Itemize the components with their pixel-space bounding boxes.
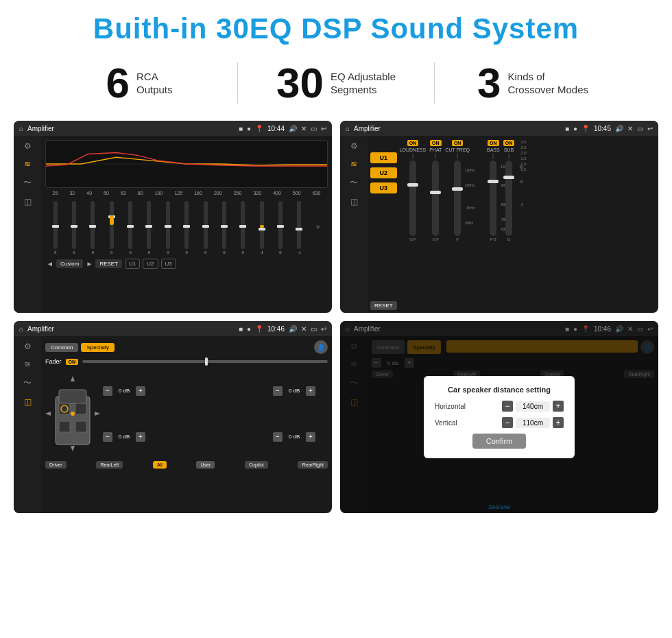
sub-toggle[interactable]: ON bbox=[503, 140, 515, 146]
svg-marker-8 bbox=[71, 376, 75, 381]
eq-slider-8[interactable]: 0 bbox=[184, 201, 189, 255]
br-plus[interactable]: + bbox=[306, 432, 315, 442]
home-icon-2[interactable]: ⌂ bbox=[346, 125, 350, 132]
confirm-button[interactable]: Confirm bbox=[472, 434, 527, 449]
eq-slider-12[interactable]: -1 bbox=[260, 201, 264, 255]
eq-slider-7[interactable]: 0 bbox=[166, 201, 170, 255]
back-icon-2: ↩ bbox=[647, 125, 653, 132]
eq-slider-10[interactable]: 0 bbox=[222, 201, 226, 255]
screen-speaker: ⌂ Amplifier ■ ● 📍 10:46 🔊 ✕ ▭ ↩ ⚙ ≋ 〜 ◫ bbox=[14, 321, 332, 513]
rearleft-btn[interactable]: RearLeft bbox=[96, 461, 123, 469]
eq-slider-3[interactable]: 0 bbox=[91, 201, 95, 255]
u2-btn-1[interactable]: U2 bbox=[143, 259, 158, 269]
eq-slider-1[interactable]: 0 bbox=[53, 201, 58, 255]
eq-slider-11[interactable]: 0 bbox=[241, 201, 245, 255]
loudness-label: LOUDNESS bbox=[400, 147, 427, 152]
next-btn[interactable]: ► bbox=[86, 260, 93, 268]
bass-slider[interactable]: 100Hz 90Hz 80Hz 70Hz 60Hz bbox=[490, 161, 496, 236]
car-diagram-area bbox=[45, 369, 100, 458]
loudness-slider[interactable] bbox=[409, 161, 416, 236]
sidebar-eq-icon[interactable]: ≋ bbox=[24, 159, 31, 169]
vertical-plus[interactable]: + bbox=[553, 417, 564, 428]
rearright-btn[interactable]: RearRight bbox=[298, 461, 328, 469]
specialty-tab[interactable]: Specialty bbox=[81, 343, 114, 352]
eq-slider-13[interactable]: 0 bbox=[278, 201, 283, 255]
sidebar-speaker-icon-3[interactable]: ◫ bbox=[24, 397, 32, 407]
dialog-horizontal-row: Horizontal − 140cm + bbox=[435, 401, 564, 412]
u2-selector[interactable]: U2 bbox=[370, 167, 397, 178]
cutfreq-slider[interactable]: 120Hz 100Hz 80Hz 60Hz bbox=[454, 161, 461, 236]
all-btn[interactable]: All bbox=[153, 461, 167, 469]
driver-btn[interactable]: Driver bbox=[45, 461, 67, 469]
sidebar-settings-icon[interactable]: ⚙ bbox=[24, 141, 32, 151]
eq-slider-2[interactable]: 0 bbox=[72, 201, 76, 255]
sidebar-eq-icon-2[interactable]: ≋ bbox=[350, 159, 357, 169]
status-time-3: 10:46 bbox=[267, 325, 285, 333]
bass-toggle[interactable]: ON bbox=[488, 140, 499, 146]
freq-320: 320 bbox=[253, 191, 261, 196]
prev-btn[interactable]: ◄ bbox=[47, 260, 53, 268]
sub-slider[interactable]: 20 15 5 bbox=[505, 161, 512, 236]
avatar-icon-3[interactable]: 👤 bbox=[314, 340, 328, 354]
status-bar-2: ⌂ Amplifier ■ ● 📍 10:45 🔊 ✕ ▭ ↩ bbox=[340, 121, 658, 136]
sidebar-wave-icon-3[interactable]: 〜 bbox=[23, 377, 32, 389]
freq-63: 63 bbox=[121, 191, 126, 196]
bl-minus[interactable]: − bbox=[103, 432, 112, 442]
svg-rect-4 bbox=[75, 403, 86, 414]
expand-icon[interactable]: » bbox=[316, 223, 320, 231]
common-tab[interactable]: Common bbox=[45, 343, 78, 352]
eq-slider-6[interactable]: 0 bbox=[147, 201, 151, 255]
cutfreq-label: CUT FREQ bbox=[445, 147, 470, 152]
u3-btn-1[interactable]: U3 bbox=[161, 259, 176, 269]
rec-icon-2: ■ bbox=[565, 125, 569, 132]
horizontal-minus[interactable]: − bbox=[502, 401, 513, 412]
user-btn[interactable]: User bbox=[196, 461, 215, 469]
u3-selector[interactable]: U3 bbox=[370, 182, 397, 193]
bottom-right-db: − 0 dB + bbox=[273, 415, 328, 458]
vertical-minus[interactable]: − bbox=[502, 417, 513, 428]
tl-plus[interactable]: + bbox=[136, 386, 145, 396]
stats-row: 6 RCAOutputs 30 EQ AdjustableSegments 3 … bbox=[0, 52, 672, 114]
phat-slider[interactable] bbox=[432, 161, 439, 236]
fader-on-badge[interactable]: ON bbox=[66, 359, 79, 365]
freq-200: 200 bbox=[214, 191, 222, 196]
cutfreq-toggle[interactable]: ON bbox=[452, 140, 464, 146]
copilot-btn[interactable]: Copilot bbox=[245, 461, 268, 469]
svg-rect-2 bbox=[59, 390, 86, 403]
bl-plus[interactable]: + bbox=[136, 432, 145, 442]
loc-icon-3: 📍 bbox=[255, 325, 263, 333]
tl-minus[interactable]: − bbox=[103, 386, 112, 396]
reset-btn-2[interactable]: RESET bbox=[370, 301, 397, 310]
horizontal-plus[interactable]: + bbox=[553, 401, 564, 412]
custom-btn[interactable]: Custom bbox=[56, 259, 84, 268]
br-minus[interactable]: − bbox=[273, 432, 283, 442]
u1-btn-1[interactable]: U1 bbox=[125, 259, 140, 269]
tr-value: 0 dB bbox=[285, 388, 304, 394]
sidebar-eq-icon-3[interactable]: ≋ bbox=[24, 359, 31, 369]
tr-plus[interactable]: + bbox=[306, 386, 315, 396]
sidebar-settings-icon-3[interactable]: ⚙ bbox=[24, 342, 32, 351]
sidebar-speaker-icon-2[interactable]: ◫ bbox=[350, 197, 358, 206]
home-icon-3[interactable]: ⌂ bbox=[19, 325, 23, 333]
screen2-main: U1 U2 U3 RESET ON LOUDNESS bbox=[368, 136, 658, 313]
u1-selector[interactable]: U1 bbox=[370, 152, 397, 163]
fader-slider[interactable] bbox=[82, 360, 328, 363]
eq-slider-9[interactable]: 0 bbox=[204, 201, 208, 255]
eq-slider-5[interactable]: 0 bbox=[128, 201, 132, 255]
eq-slider-14[interactable]: -1 bbox=[297, 201, 301, 255]
page-title: Buith-in 30EQ DSP Sound System bbox=[0, 12, 672, 45]
sidebar-speaker-icon[interactable]: ◫ bbox=[24, 197, 32, 206]
sidebar-wave-icon[interactable]: 〜 bbox=[23, 177, 32, 189]
sidebar-wave-icon-2[interactable]: 〜 bbox=[350, 177, 358, 189]
home-icon-1[interactable]: ⌂ bbox=[19, 125, 23, 132]
eq-slider-4[interactable]: 5 bbox=[110, 201, 114, 255]
close-icon-2: ✕ bbox=[627, 125, 633, 132]
freq-100: 100 bbox=[155, 191, 163, 196]
loudness-toggle[interactable]: ON bbox=[407, 140, 419, 146]
dialog-horizontal-control: − 140cm + bbox=[502, 401, 564, 412]
reset-btn-1[interactable]: RESET bbox=[95, 259, 122, 268]
sidebar-settings-icon-2[interactable]: ⚙ bbox=[350, 141, 358, 151]
dialog-vertical-control: − 110cm + bbox=[502, 417, 564, 428]
tr-minus[interactable]: − bbox=[273, 386, 283, 396]
phat-toggle[interactable]: ON bbox=[430, 140, 442, 146]
